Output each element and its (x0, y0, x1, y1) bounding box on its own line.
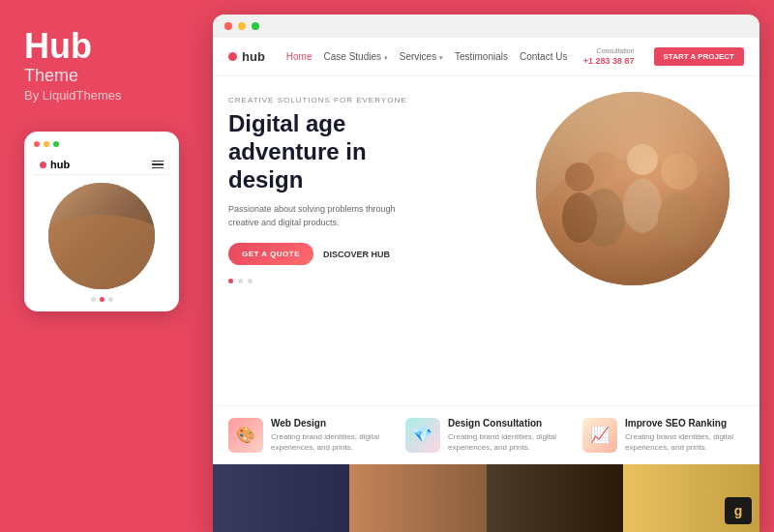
bottom-seg-4: g (623, 464, 759, 532)
mobile-hamburger-icon[interactable] (152, 161, 164, 169)
browser-maximize-dot[interactable] (252, 22, 259, 30)
seo-desc: Creating brand identities, digital exper… (625, 431, 744, 453)
service-item-design: 💎 Design Consultation Creating brand ide… (405, 418, 567, 453)
mobile-dot-yellow (44, 141, 49, 147)
bottom-seg-1 (213, 464, 349, 532)
left-panel: Hub Theme By LiquidThemes hub (0, 0, 213, 532)
hero-people-bg (536, 92, 729, 285)
hero-tagline: CREATIVE SOLUTIONS FOR EVERYONE (228, 96, 512, 104)
web-design-desc: Creating brand identities, digital exper… (271, 431, 390, 453)
hero-buttons: GET A QUOTE DISCOVER HUB (228, 243, 512, 265)
nav-link-services[interactable]: Services ▾ (400, 51, 443, 62)
hero-people-svg (536, 92, 729, 285)
mobile-hero-image (48, 183, 155, 289)
nav-link-testimonials[interactable]: Testimonials (455, 51, 508, 62)
hero-title-line3: design (228, 166, 303, 192)
site-logo-dot (228, 52, 237, 61)
nav-phone[interactable]: +1 283 38 87 (583, 56, 635, 66)
svg-point-6 (658, 192, 700, 247)
hero-left: CREATIVE SOLUTIONS FOR EVERYONE Digital … (228, 92, 521, 405)
nav-link-contact[interactable]: Contact Us (520, 51, 567, 62)
service-text-web: Web Design Creating brand identities, di… (271, 418, 390, 453)
bottom-seg-2 (349, 464, 486, 532)
svg-point-1 (586, 152, 621, 187)
nav-right: Consultation +1 283 38 87 (583, 47, 635, 66)
website-content: hub Home Case Studies ▾ Services ▾ Testi… (213, 38, 759, 532)
design-consult-title: Design Consultation (448, 418, 567, 429)
hero-dot-1[interactable] (228, 279, 233, 283)
bottom-seg-3 (487, 464, 623, 532)
browser-window: hub Home Case Studies ▾ Services ▾ Testi… (213, 15, 759, 532)
mobile-dot-1[interactable] (91, 297, 96, 302)
web-design-title: Web Design (271, 418, 390, 429)
svg-point-0 (536, 160, 729, 285)
svg-point-2 (582, 189, 625, 247)
svg-point-8 (562, 192, 597, 243)
hero-section: CREATIVE SOLUTIONS FOR EVERYONE Digital … (213, 76, 759, 405)
mobile-dot-3[interactable] (108, 297, 113, 302)
mobile-indicator (34, 297, 169, 302)
services-section: 🎨 Web Design Creating brand identities, … (213, 405, 759, 464)
service-text-seo: Improve SEO Ranking Creating brand ident… (625, 418, 744, 453)
nav-consultation-label: Consultation (597, 47, 635, 54)
service-item-seo: 📈 Improve SEO Ranking Creating brand ide… (582, 418, 744, 453)
mobile-logo-text: hub (50, 159, 70, 170)
nav-link-case-studies[interactable]: Case Studies ▾ (324, 51, 388, 62)
site-logo: hub (228, 49, 265, 64)
corner-logo: g (725, 497, 752, 524)
browser-chrome (213, 15, 759, 38)
mobile-nav: hub (34, 155, 169, 175)
mobile-logo: hub (40, 159, 70, 170)
web-design-icon: 🎨 (228, 418, 263, 453)
nav-link-home[interactable]: Home (286, 51, 313, 62)
mobile-mockup: hub (24, 132, 179, 311)
site-logo-text: hub (242, 49, 265, 64)
discover-hub-button[interactable]: DISCOVER HUB (323, 250, 390, 259)
mobile-top-bar (34, 141, 169, 147)
nav-links: Home Case Studies ▾ Services ▾ Testimoni… (286, 51, 572, 62)
seo-icon: 📈 (582, 418, 617, 453)
design-consult-icon: 💎 (405, 418, 440, 453)
hero-title-line1: Digital age (228, 110, 345, 136)
hero-dot-3[interactable] (248, 279, 253, 283)
mobile-dot-red (34, 141, 40, 147)
browser-minimize-dot[interactable] (238, 22, 246, 30)
services-arrow: ▾ (439, 54, 443, 61)
nav-cta-button[interactable]: START A PROJECT (654, 47, 744, 66)
bottom-people: g (213, 464, 759, 532)
browser-close-dot[interactable] (224, 22, 232, 30)
brand-subtitle: Theme (24, 66, 189, 86)
svg-point-4 (623, 179, 662, 233)
case-studies-arrow: ▾ (384, 54, 388, 61)
svg-point-7 (565, 163, 594, 192)
hero-title: Digital age adventure in design (228, 110, 512, 193)
hero-dot-2[interactable] (238, 279, 243, 283)
brand-title: Hub (24, 29, 189, 64)
bottom-strip-image: g (213, 464, 759, 532)
hero-title-line2: adventure in (228, 138, 367, 164)
svg-point-3 (627, 144, 658, 175)
mobile-logo-dot (40, 162, 46, 168)
hero-people-group (536, 92, 729, 285)
svg-point-5 (661, 153, 698, 190)
service-text-design: Design Consultation Creating brand ident… (448, 418, 567, 453)
hero-circle-image (536, 92, 729, 285)
mobile-people-image (48, 183, 155, 289)
service-item-web: 🎨 Web Design Creating brand identities, … (228, 418, 390, 453)
design-consult-desc: Creating brand identities, digital exper… (448, 431, 567, 453)
mobile-dot-green (53, 141, 59, 147)
site-nav: hub Home Case Studies ▾ Services ▾ Testi… (213, 38, 759, 76)
mobile-dot-2[interactable] (100, 297, 104, 302)
seo-title: Improve SEO Ranking (625, 418, 744, 429)
hero-dots (228, 279, 512, 283)
hero-subtitle: Passionate about solving problems throug… (228, 203, 422, 229)
hero-image-area (521, 92, 744, 405)
get-quote-button[interactable]: GET A QUOTE (228, 243, 313, 265)
bottom-strip: g (213, 464, 759, 532)
brand-by: By LiquidThemes (24, 88, 189, 103)
